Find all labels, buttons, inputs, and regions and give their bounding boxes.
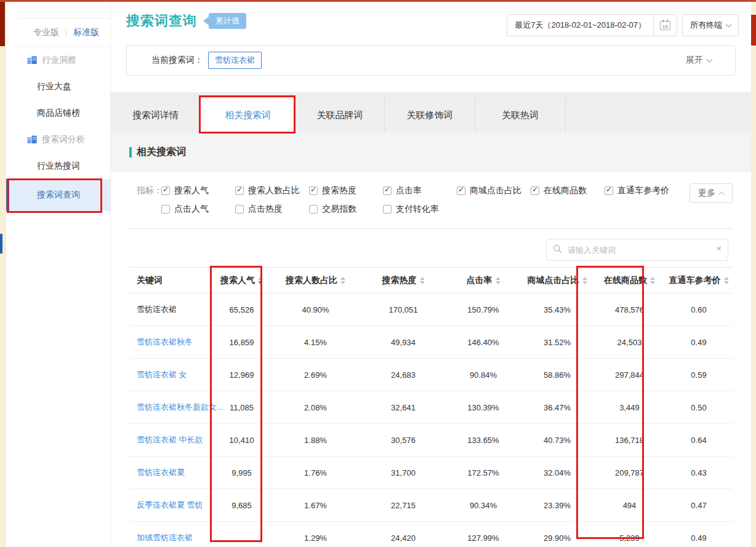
checkbox[interactable] bbox=[605, 186, 613, 195]
value-cell: 146.40% bbox=[446, 338, 520, 347]
value-cell: 133.65% bbox=[446, 436, 520, 445]
metric-label: 点击人气 bbox=[174, 204, 209, 215]
keyword-cell[interactable]: 雪纺连衣裙 中长款 bbox=[137, 435, 203, 444]
metric-label: 商城点击占比 bbox=[470, 185, 521, 196]
tab[interactable]: 关联修饰词 bbox=[385, 98, 475, 132]
table-row: 雪纺连衣裙秋冬新款女... 11,0852.08%32,641130.39%36… bbox=[129, 391, 733, 424]
metric-label: 在线商品数 bbox=[544, 185, 587, 196]
column-header-label: 关键词 bbox=[137, 275, 163, 286]
value-cell: 127.99% bbox=[446, 533, 520, 543]
page-edge-left bbox=[0, 0, 6, 547]
tab-label: 关联品牌词 bbox=[317, 110, 363, 121]
value-cell: 0.60 bbox=[665, 305, 733, 314]
value-cell: 16,859 bbox=[212, 338, 271, 347]
sidebar-item-label: 行业大盘 bbox=[37, 81, 71, 92]
tab[interactable]: 相关搜索词 bbox=[201, 98, 296, 132]
value-cell: 0.50 bbox=[665, 403, 733, 412]
cumulative-badge: 累计值 bbox=[203, 13, 246, 29]
table-row: 雪纺连衣裙 65,52640.90%170,051150.79%35.43%47… bbox=[129, 293, 733, 326]
sort-arrows-icon[interactable] bbox=[420, 277, 425, 284]
chevron-down-icon bbox=[707, 57, 713, 63]
metric-label: 支付转化率 bbox=[396, 204, 439, 215]
metric-checkbox[interactable]: 点击热度 bbox=[235, 204, 309, 215]
sidebar-item[interactable]: 搜索词分析 bbox=[6, 126, 110, 153]
checkbox[interactable] bbox=[161, 205, 170, 214]
sidebar-item[interactable]: 行业热搜词 bbox=[6, 153, 110, 179]
value-cell: 40.90% bbox=[271, 305, 360, 314]
keyword-cell[interactable]: 雪纺连衣裙 女 bbox=[137, 370, 187, 379]
keyword-cell[interactable]: 加绒雪纺连衣裙 bbox=[137, 533, 193, 542]
checkbox[interactable] bbox=[383, 205, 392, 214]
tab[interactable]: 关联热词 bbox=[475, 98, 566, 132]
column-header[interactable]: 商城点击占比 bbox=[520, 275, 594, 286]
checkbox[interactable] bbox=[309, 186, 318, 195]
value-cell: 9,685 bbox=[212, 501, 271, 510]
sort-arrows-icon[interactable] bbox=[724, 277, 729, 284]
checkbox[interactable] bbox=[235, 205, 244, 214]
keyword-cell[interactable]: 反季连衣裙夏 雪纺 bbox=[137, 500, 203, 509]
metric-checkbox[interactable]: 点击率 bbox=[383, 185, 457, 196]
terminal-selector[interactable]: 所有终端 bbox=[682, 14, 739, 36]
metric-checkbox[interactable]: 搜索人气 bbox=[161, 185, 235, 196]
metrics-label: 指标： bbox=[137, 185, 163, 196]
current-term-label: 当前搜索词： bbox=[151, 55, 203, 66]
column-header[interactable]: 在线商品数 bbox=[594, 275, 665, 286]
keyword-cell[interactable]: 雪纺连衣裙秋冬新款女... bbox=[137, 402, 223, 412]
column-header[interactable]: 搜索人气 bbox=[212, 275, 271, 286]
sidebar: 专业版 | 标准版 行业洞察 行业大盘 商品店铺榜 bbox=[6, 2, 111, 547]
tab[interactable]: 关联品牌词 bbox=[296, 98, 385, 132]
sort-arrows-icon[interactable] bbox=[258, 277, 263, 284]
sidebar-item[interactable]: 行业洞察 bbox=[6, 47, 110, 73]
value-cell: 5,239 bbox=[594, 533, 665, 543]
checkbox[interactable] bbox=[457, 186, 465, 195]
checkbox[interactable] bbox=[309, 205, 318, 214]
tab[interactable]: 搜索词详情 bbox=[111, 98, 201, 132]
sort-arrows-icon[interactable] bbox=[496, 277, 501, 284]
expand-button[interactable]: 展开 bbox=[686, 55, 712, 66]
metric-checkbox[interactable]: 搜索热度 bbox=[309, 185, 383, 196]
metric-checkbox[interactable]: 支付转化率 bbox=[383, 204, 469, 215]
sidebar-tab-professional[interactable]: 专业版 bbox=[33, 27, 59, 38]
page-edge-right-red-block bbox=[751, 15, 756, 46]
checkbox[interactable] bbox=[531, 186, 539, 195]
page-top-edge bbox=[0, 0, 756, 2]
sort-arrows-icon[interactable] bbox=[340, 277, 345, 284]
metric-checkbox[interactable]: 搜索人数占比 bbox=[235, 185, 309, 196]
metric-checkbox[interactable]: 交易指数 bbox=[309, 204, 383, 215]
keyword-cell[interactable]: 雪纺连衣裙夏 bbox=[137, 468, 185, 477]
value-cell: 30,576 bbox=[360, 436, 446, 445]
column-header[interactable]: 搜索人数占比 bbox=[271, 275, 360, 286]
metric-checkbox[interactable]: 商城点击占比 bbox=[457, 185, 531, 196]
column-header[interactable]: 点击率 bbox=[446, 275, 520, 286]
more-button[interactable]: 更多 bbox=[690, 183, 733, 203]
metric-label: 点击热度 bbox=[248, 204, 283, 215]
checkbox[interactable] bbox=[383, 186, 392, 195]
value-cell: 1.88% bbox=[271, 436, 360, 445]
metric-checkbox[interactable]: 在线商品数 bbox=[531, 185, 605, 196]
clear-icon[interactable]: × bbox=[717, 244, 722, 254]
sidebar-item[interactable]: 行业大盘 bbox=[6, 73, 110, 100]
column-header[interactable]: 关键词 bbox=[129, 275, 212, 286]
checkbox[interactable] bbox=[235, 186, 244, 195]
keyword-cell[interactable]: 雪纺连衣裙 bbox=[137, 305, 177, 314]
sidebar-tab-standard[interactable]: 标准版 bbox=[73, 27, 99, 38]
keyword-search-input[interactable] bbox=[546, 239, 728, 261]
value-cell: 32,641 bbox=[360, 403, 446, 412]
sidebar-item[interactable]: 搜索词查询 bbox=[6, 179, 110, 211]
keyword-cell[interactable]: 雪纺连衣裙秋冬 bbox=[137, 337, 193, 346]
metric-checkbox[interactable]: 点击人气 bbox=[161, 204, 235, 215]
date-range-picker[interactable]: 最近7天（2018-02-01~2018-02-07） 15 bbox=[507, 14, 677, 36]
sidebar-item[interactable]: 商品店铺榜 bbox=[6, 100, 110, 126]
sort-arrows-icon[interactable] bbox=[582, 277, 587, 284]
metric-checkbox[interactable]: 直通车参考价 bbox=[605, 185, 691, 196]
building-icon bbox=[27, 135, 37, 143]
column-header[interactable]: 搜索热度 bbox=[360, 275, 446, 286]
page-edge-right bbox=[751, 0, 756, 547]
calendar-button[interactable]: 15 bbox=[653, 15, 677, 36]
current-term-chip[interactable]: 雪纺连衣裙 bbox=[208, 52, 262, 69]
table-row: 反季连衣裙夏 雪纺 9,6851.67%22,71590.34%23.39%49… bbox=[129, 489, 733, 522]
column-header[interactable]: 直通车参考价 bbox=[665, 275, 733, 286]
value-cell: 24,420 bbox=[360, 533, 446, 543]
checkbox[interactable] bbox=[161, 186, 170, 195]
sort-arrows-icon[interactable] bbox=[650, 277, 655, 284]
